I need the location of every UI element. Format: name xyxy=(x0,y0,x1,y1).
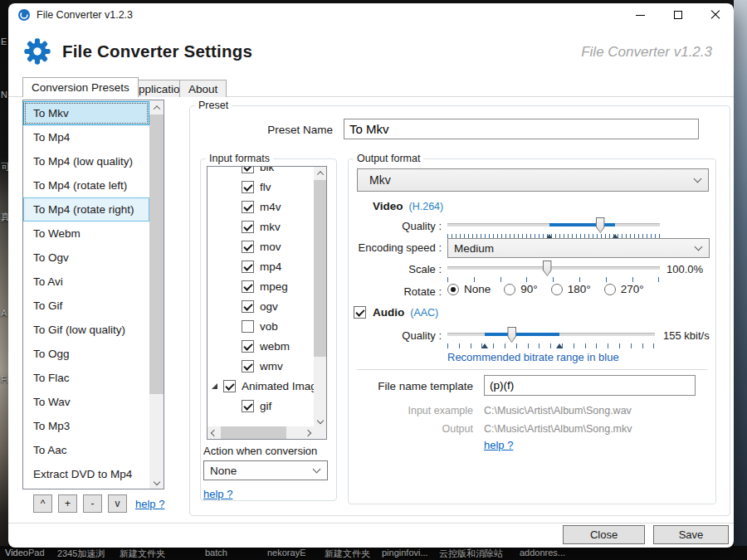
scrollbar-thumb[interactable] xyxy=(314,180,326,357)
scale-slider[interactable] xyxy=(447,261,660,276)
desktop-icon-label: batch xyxy=(205,548,227,558)
rotate-radio-270deg[interactable]: 270° xyxy=(604,283,644,295)
scroll-up-icon[interactable] xyxy=(314,167,326,179)
input-formats-help-link[interactable]: help ? xyxy=(203,488,232,500)
tab-conversion-presets[interactable]: Conversion Presets xyxy=(22,77,139,97)
preset-list-item[interactable]: To Ogv xyxy=(23,246,149,270)
preset-list-item[interactable]: To Mp4 (low quality) xyxy=(23,149,149,173)
rotate-radio-none[interactable]: None xyxy=(447,283,491,295)
save-button[interactable]: Save xyxy=(653,525,729,544)
maximize-icon xyxy=(674,11,682,19)
preset-list-item[interactable]: To Mkv xyxy=(23,101,149,125)
preset-list-item[interactable]: To Mp4 xyxy=(23,125,149,149)
file-name-template-input[interactable] xyxy=(484,375,696,396)
preset-list-item[interactable]: To Ogg xyxy=(23,342,149,366)
format-label: m4v xyxy=(260,201,281,213)
scrollbar-thumb[interactable] xyxy=(149,114,164,394)
format-checkbox[interactable] xyxy=(242,221,254,233)
tab-about[interactable]: About xyxy=(179,80,227,97)
format-checkbox[interactable] xyxy=(242,280,254,293)
desktop-icon-label: VideoPad xyxy=(5,548,45,558)
slider-thumb[interactable] xyxy=(507,327,516,343)
preset-list-scrollbar[interactable] xyxy=(149,100,164,489)
scrollbar-thumb[interactable] xyxy=(221,426,286,439)
preset-list-item[interactable]: To Mp4 (rotate right) xyxy=(23,197,149,222)
format-list-hscrollbar[interactable] xyxy=(208,426,314,439)
move-down-button[interactable]: v xyxy=(108,494,127,513)
selected-action: None xyxy=(204,465,237,477)
move-up-button[interactable]: ^ xyxy=(33,494,52,513)
preset-list-item[interactable]: To Aac xyxy=(23,438,149,462)
preset-list-item[interactable]: To Mp4 (rotate left) xyxy=(23,173,149,197)
remove-preset-button[interactable]: - xyxy=(83,494,102,513)
format-label: bik xyxy=(260,167,274,173)
slider-thumb[interactable] xyxy=(543,261,552,276)
slider-track[interactable] xyxy=(447,266,660,270)
scroll-down-icon[interactable] xyxy=(314,414,326,426)
preset-list-item[interactable]: To Flac xyxy=(23,366,149,390)
radio-icon xyxy=(447,284,459,295)
preset-list-item[interactable]: To Gif (low quality) xyxy=(23,318,149,342)
format-checkbox[interactable] xyxy=(223,380,236,392)
desktop-icon-letter: N xyxy=(1,90,7,100)
minimize-button[interactable] xyxy=(622,3,659,27)
presets-help-link[interactable]: help ? xyxy=(135,498,164,510)
format-row: mpeg xyxy=(208,276,314,296)
rotate-radio-90deg[interactable]: 90° xyxy=(504,283,537,295)
format-checkbox[interactable] xyxy=(242,261,254,273)
preset-name-input[interactable] xyxy=(344,119,699,139)
scroll-down-icon[interactable] xyxy=(149,475,164,489)
format-list-vscrollbar[interactable] xyxy=(314,167,326,426)
preset-list: To MkvTo Mp4To Mp4 (low quality)To Mp4 (… xyxy=(22,100,164,489)
preset-group: Preset Preset Name Input formats bikflvm… xyxy=(189,105,730,516)
action-when-conversion-select[interactable]: None xyxy=(203,460,328,480)
format-checkbox[interactable] xyxy=(242,201,254,213)
file-converter-window: File Converter v1.2.3 File Converter Set… xyxy=(8,3,734,548)
format-checkbox[interactable] xyxy=(242,167,254,173)
format-checkbox[interactable] xyxy=(242,320,254,333)
container-format-select[interactable]: Mkv xyxy=(357,168,709,192)
format-checkbox[interactable] xyxy=(242,360,254,373)
format-row: Animated Imag xyxy=(208,376,314,396)
format-row: m4v xyxy=(208,197,314,217)
close-dialog-button[interactable]: Close xyxy=(563,525,645,544)
preset-list-item[interactable]: To Avi xyxy=(23,270,149,294)
preset-list-item[interactable]: To Wav xyxy=(23,390,149,414)
preset-list-item[interactable]: To Webm xyxy=(23,222,149,246)
format-row: webm xyxy=(208,336,314,356)
desktop-bottom-strip: VideoPad2345加速浏新建文件夹batchnekorayE新建文件夹pi… xyxy=(0,546,747,560)
rotate-radio-180deg[interactable]: 180° xyxy=(551,283,591,295)
preset-list-item-label: To Mp3 xyxy=(33,420,70,432)
scroll-left-icon[interactable] xyxy=(208,426,220,439)
output-example-value: C:\Music\Artist\Album\Song.mkv xyxy=(484,423,632,435)
format-checkbox[interactable] xyxy=(242,300,254,313)
slider-thumb[interactable] xyxy=(596,217,605,233)
radio-icon xyxy=(504,284,515,295)
format-list-rows: bikflvm4vmkvmovmp4mpegogvvobwebmwmvAnima… xyxy=(208,167,314,426)
format-row: flv xyxy=(208,177,314,197)
audio-enabled-checkbox[interactable] xyxy=(354,306,366,319)
encoding-speed-select[interactable]: Medium xyxy=(447,238,710,258)
preset-list-item[interactable]: Extract DVD to Mp4 xyxy=(23,462,149,486)
add-preset-button[interactable]: + xyxy=(58,494,77,513)
output-format-group: Output format Mkv Video(H.264) Quality :… xyxy=(348,158,716,504)
audio-quality-slider[interactable] xyxy=(447,327,655,343)
tree-expander-icon[interactable] xyxy=(212,383,217,389)
format-checkbox[interactable] xyxy=(242,400,254,412)
format-row: ogv xyxy=(208,296,314,316)
maximize-button[interactable] xyxy=(659,3,696,27)
format-checkbox[interactable] xyxy=(242,181,254,193)
preset-list-item[interactable]: To Gif xyxy=(23,294,149,318)
format-checkbox[interactable] xyxy=(242,340,254,353)
format-label: webm xyxy=(260,340,290,353)
video-quality-slider[interactable] xyxy=(447,217,660,233)
tick-marker xyxy=(556,343,563,348)
scroll-up-icon[interactable] xyxy=(149,100,164,114)
scroll-right-icon[interactable] xyxy=(301,426,314,439)
preset-list-item-label: To Wav xyxy=(33,396,71,408)
format-checkbox[interactable] xyxy=(242,241,254,253)
close-button[interactable] xyxy=(696,3,734,27)
app-icon xyxy=(17,8,31,22)
preset-list-item[interactable]: To Mp3 xyxy=(23,414,149,438)
template-help-link[interactable]: help ? xyxy=(484,439,513,451)
